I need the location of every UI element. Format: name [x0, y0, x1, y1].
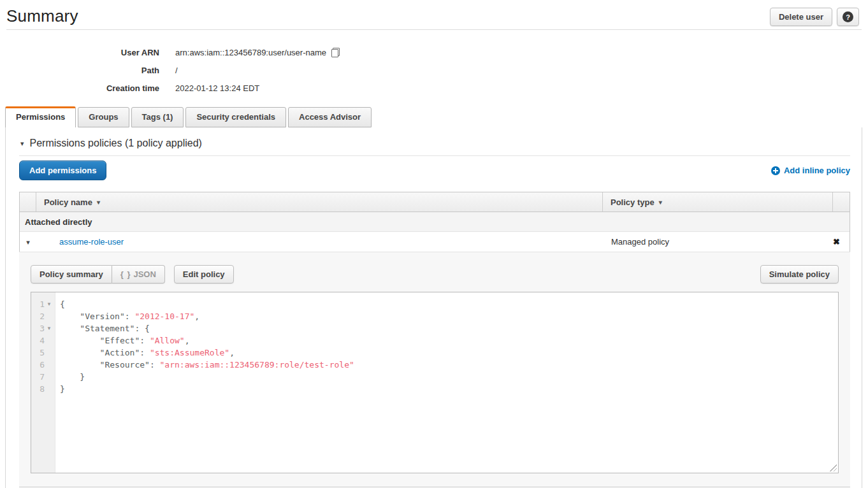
json-policy-editor[interactable]: 1▾23▾45678 { "Version": "2012-10-17", "S…	[31, 292, 839, 473]
question-icon: ?	[843, 11, 853, 22]
add-permissions-button[interactable]: Add permissions	[19, 161, 106, 180]
json-view-button[interactable]: { } JSON	[112, 265, 165, 283]
simulate-policy-button[interactable]: Simulate policy	[760, 265, 839, 283]
iam-user-summary-page: Summary Delete user ? User ARN arn:aws:i…	[0, 0, 868, 488]
caret-down-icon: ▾	[26, 238, 30, 246]
fold-spacer	[45, 383, 54, 395]
policies-table: Policy name ▾ Policy type ▾ Attached dir…	[19, 192, 850, 252]
line-number: 2	[31, 310, 45, 322]
user-arn-label: User ARN	[0, 48, 159, 57]
fold-caret-icon[interactable]: ▾	[45, 298, 54, 310]
permissions-policies-section-toggle[interactable]: ▾ Permissions policies (1 policy applied…	[19, 127, 850, 155]
editor-line-number-gutter: 1▾23▾45678	[31, 292, 55, 473]
braces-icon: { }	[120, 269, 131, 279]
gutter-line[interactable]: 1▾	[31, 298, 55, 310]
tab-groups[interactable]: Groups	[78, 107, 129, 127]
gutter-line: 5	[31, 347, 55, 359]
policy-summary-button[interactable]: Policy summary	[31, 265, 112, 283]
policy-actions-row: Add permissions Add inline policy	[19, 161, 850, 180]
table-header-row: Policy name ▾ Policy type ▾	[20, 192, 850, 212]
fold-caret-icon[interactable]: ▾	[45, 322, 54, 334]
edit-policy-button[interactable]: Edit policy	[174, 265, 234, 283]
plus-circle-icon	[771, 166, 780, 175]
policy-type-cell: Managed policy	[603, 237, 833, 247]
line-number: 8	[31, 383, 45, 395]
column-header-policy-name[interactable]: Policy name ▾	[36, 192, 603, 212]
tab-permissions[interactable]: Permissions	[5, 106, 76, 127]
fold-spacer	[45, 371, 54, 383]
fold-spacer	[45, 334, 54, 347]
code-line: "Version": "2012-10-17",	[60, 310, 838, 322]
detail-row-user-arn: User ARN arn:aws:iam::123456789:user/use…	[0, 43, 868, 61]
row-expand-caret[interactable]: ▾	[20, 237, 36, 247]
summary-json-toggle: Policy summary { } JSON	[31, 265, 165, 283]
creation-time-label: Creation time	[0, 83, 159, 93]
tab-bar: Permissions Groups Tags (1) Security cre…	[5, 106, 862, 127]
code-line: "Resource": "arn:aws:iam::123456789:role…	[60, 359, 838, 371]
policy-row-assume-role-user: ▾ assume-role-user Managed policy ✖	[20, 232, 850, 252]
add-inline-policy-link[interactable]: Add inline policy	[771, 166, 850, 175]
line-number: 7	[31, 371, 45, 383]
line-number: 4	[31, 334, 45, 347]
delete-user-button[interactable]: Delete user	[770, 8, 832, 26]
creation-time-value: 2022-01-12 13:24 EDT	[175, 83, 259, 93]
user-details: User ARN arn:aws:iam::123456789:user/use…	[0, 30, 868, 97]
detail-row-creation-time: Creation time 2022-01-12 13:24 EDT	[0, 79, 868, 97]
tab-tags[interactable]: Tags (1)	[131, 107, 184, 127]
sort-caret-icon: ▾	[97, 199, 100, 206]
path-label: Path	[0, 66, 159, 75]
header-caret-column	[20, 192, 36, 212]
detach-policy-icon[interactable]: ✖	[833, 237, 840, 247]
gutter-line: 6	[31, 359, 55, 371]
copy-icon[interactable]	[331, 48, 340, 57]
page-header: Summary Delete user ?	[0, 0, 868, 29]
gutter-line[interactable]: 3▾	[31, 322, 55, 334]
fold-spacer	[45, 310, 54, 322]
group-row-attached-directly: Attached directly	[20, 212, 850, 232]
code-line: "Effect": "Allow",	[60, 334, 838, 347]
tab-security-credentials[interactable]: Security credentials	[185, 107, 286, 127]
page-title: Summary	[6, 6, 859, 26]
header-actions-column	[833, 192, 850, 212]
help-button[interactable]: ?	[837, 8, 859, 26]
caret-down-icon: ▾	[20, 140, 24, 147]
header-actions: Delete user ?	[770, 8, 859, 26]
code-line: {	[60, 298, 838, 310]
code-line: }	[60, 383, 838, 395]
sort-caret-icon: ▾	[659, 199, 662, 206]
line-number: 5	[31, 347, 45, 359]
gutter-line: 2	[31, 310, 55, 322]
line-number: 1	[31, 298, 45, 310]
fold-spacer	[45, 347, 54, 359]
permissions-tab-panel: ▾ Permissions policies (1 policy applied…	[5, 127, 862, 488]
section-divider	[19, 155, 850, 156]
policy-detail-buttons: Policy summary { } JSON Edit policy Simu…	[31, 265, 839, 283]
tab-access-advisor[interactable]: Access Advisor	[288, 107, 372, 127]
gutter-line: 8	[31, 383, 55, 395]
code-line: }	[60, 371, 838, 383]
user-arn-value: arn:aws:iam::123456789:user/user-name	[175, 48, 326, 57]
permissions-policies-title: Permissions policies (1 policy applied)	[30, 138, 202, 149]
editor-code-content[interactable]: { "Version": "2012-10-17", "Statement": …	[55, 292, 838, 473]
gutter-line: 7	[31, 371, 55, 383]
line-number: 3	[31, 322, 45, 334]
policy-detail-expanded-area: Policy summary { } JSON Edit policy Simu…	[19, 252, 850, 487]
policy-name-link[interactable]: assume-role-user	[59, 237, 124, 247]
gutter-line: 4	[31, 334, 55, 347]
column-header-policy-type[interactable]: Policy type ▾	[603, 192, 833, 212]
line-number: 6	[31, 359, 45, 371]
code-line: "Action": "sts:AssumeRole",	[60, 347, 838, 359]
detail-row-path: Path /	[0, 61, 868, 79]
code-line: "Statement": {	[60, 322, 838, 334]
path-value: /	[175, 66, 178, 75]
fold-spacer	[45, 359, 54, 371]
